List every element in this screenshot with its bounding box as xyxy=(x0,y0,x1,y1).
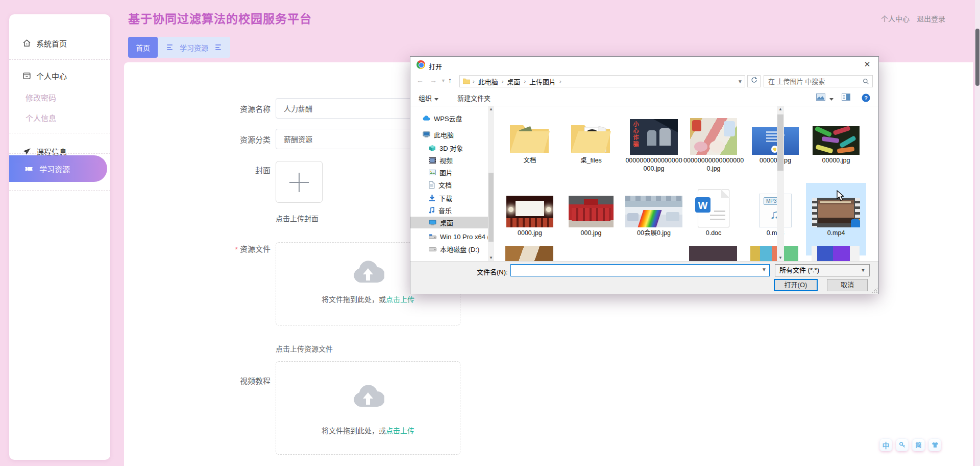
refresh-button[interactable] xyxy=(747,75,761,87)
sidebar-item-learning-resources[interactable]: 学习资源 xyxy=(9,155,107,182)
file-item-jpg[interactable]: 00会展0.jpg xyxy=(624,183,684,237)
scrollbar-thumb[interactable] xyxy=(777,114,783,171)
thumbnail-view-button[interactable] xyxy=(816,94,834,102)
svg-text:?: ? xyxy=(864,95,868,101)
sidebar-item-personal-info[interactable]: 个人信息 xyxy=(9,107,110,128)
help-button[interactable]: ? xyxy=(862,94,870,104)
close-icon[interactable]: ✕ xyxy=(861,60,873,70)
scroll-down-icon[interactable]: ▼ xyxy=(777,255,784,261)
media-player-badge-icon xyxy=(851,219,860,227)
hamburger-icon xyxy=(215,44,221,50)
file-item-jpg[interactable]: 000000000000000000.jpg xyxy=(683,110,744,173)
computer-icon xyxy=(423,131,430,138)
scroll-up-icon[interactable]: ▲ xyxy=(488,106,494,112)
search-input[interactable] xyxy=(764,76,859,87)
folder-icon xyxy=(463,78,470,84)
tree-item-videos[interactable]: 视频 xyxy=(410,154,488,166)
desktop-icon xyxy=(429,220,436,226)
forward-button[interactable]: → xyxy=(430,76,437,84)
file-item-partial[interactable] xyxy=(689,246,737,261)
back-button[interactable]: ← xyxy=(416,76,424,84)
file-item-jpg[interactable]: 00000.jpg xyxy=(806,110,866,165)
tab-learning-resources[interactable]: 学习资源 xyxy=(158,37,230,58)
file-item-jpg[interactable]: 0000.jpg xyxy=(500,183,560,237)
paper-plane-icon xyxy=(22,147,31,156)
up-button[interactable]: ↑ xyxy=(448,76,452,84)
tree-item-local-disk-d[interactable]: 本地磁盘 (D:) xyxy=(410,243,488,255)
scrollbar-thumb[interactable] xyxy=(488,173,494,242)
breadcrumb-desktop[interactable]: 桌面 xyxy=(506,77,521,86)
filename-dropdown-icon[interactable]: ▼ xyxy=(762,267,767,272)
tree-item-downloads[interactable]: 下载 xyxy=(410,192,488,204)
filetype-select[interactable]: 所有文件 (*.*) ▼ xyxy=(775,264,870,276)
sidebar-item-label: 系统首页 xyxy=(36,38,67,49)
profile-link[interactable]: 个人中心 xyxy=(881,15,910,23)
shirt-icon xyxy=(932,441,939,448)
file-item-partial[interactable] xyxy=(750,246,798,261)
divider xyxy=(9,190,110,191)
tree-item-desktop[interactable]: 桌面 xyxy=(410,217,488,228)
filename-input[interactable] xyxy=(510,264,770,276)
click-upload-link[interactable]: 点击上传 xyxy=(386,427,414,435)
simplified-chinese-button[interactable]: 简 xyxy=(912,438,925,451)
file-item-partial[interactable] xyxy=(812,246,860,261)
new-folder-button[interactable]: 新建文件夹 xyxy=(457,93,491,103)
breadcrumb-this-pc[interactable]: 此电脑 xyxy=(477,77,499,86)
open-button[interactable]: 打开(O) xyxy=(774,279,818,291)
file-item-jpg[interactable]: 小心诈骗 0000000000000000000.jpg xyxy=(624,110,684,173)
tree-item-pictures[interactable]: 图片 xyxy=(410,167,488,178)
breadcrumb-upload-images[interactable]: 上传图片 xyxy=(528,77,557,86)
tree-item-this-pc[interactable]: 此电脑 xyxy=(410,129,488,141)
key-button[interactable] xyxy=(896,438,909,451)
scroll-down-icon[interactable]: ▼ xyxy=(488,255,494,261)
image-thumbnail xyxy=(625,196,682,227)
tree-item-music[interactable]: 音乐 xyxy=(410,204,488,216)
tree-item-wps-cloud[interactable]: WPS云盘 xyxy=(410,112,488,124)
file-item-folder-docs[interactable]: 文档 xyxy=(500,110,560,165)
ticket-icon xyxy=(24,165,33,173)
history-chevron-icon[interactable]: ▼ xyxy=(441,78,446,83)
preview-pane-button[interactable] xyxy=(842,94,850,102)
dialog-toolbar: 组织 新建文件夹 ? xyxy=(410,89,878,106)
scroll-up-icon[interactable]: ▲ xyxy=(777,106,784,112)
image-thumbnail xyxy=(690,118,737,155)
dialog-titlebar[interactable]: 打开 ✕ xyxy=(410,57,878,73)
sidebar-item-home[interactable]: 系统首页 xyxy=(9,33,110,53)
cover-upload-tip: 点击上传封面 xyxy=(276,213,318,223)
file-item-jpg[interactable]: 000.jpg xyxy=(561,183,621,237)
file-item-doc[interactable]: W 0.doc xyxy=(683,183,744,237)
cloud-icon xyxy=(423,115,430,121)
address-bar[interactable]: › 此电脑 › 桌面 › 上传图片 › ▼ xyxy=(459,75,745,87)
sidebar-item-personal-center[interactable]: 个人中心 xyxy=(9,65,110,86)
video-dropzone[interactable]: 将文件拖到此处，或点击上传 xyxy=(276,361,460,455)
scrollbar-thumb[interactable] xyxy=(975,29,979,86)
language-button[interactable]: 中 xyxy=(879,438,892,451)
drop-hint: 将文件拖到此处，或点击上传 xyxy=(276,294,460,304)
file-item-partial[interactable] xyxy=(505,246,553,261)
cancel-button[interactable]: 取消 xyxy=(827,279,868,291)
tree-item-documents[interactable]: 文档 xyxy=(410,179,488,191)
file-item-folder-zhuo-files[interactable]: 桌_files xyxy=(561,110,621,165)
page-title: 基于协同过滤算法的校园服务平台 xyxy=(128,9,312,27)
address-dropdown-icon[interactable]: ▼ xyxy=(738,79,743,84)
cover-upload-box[interactable] xyxy=(276,161,323,203)
tree-item-3d-objects[interactable]: 3D 对象 xyxy=(410,142,488,154)
click-upload-link[interactable]: 点击上传 xyxy=(386,295,414,304)
page-scrollbar[interactable] xyxy=(975,0,980,466)
dropdown-arrow-icon xyxy=(829,98,834,101)
file-item-mp3[interactable]: MP3 ♫ 0.mp3 xyxy=(745,183,805,237)
organize-button[interactable]: 组织 xyxy=(419,93,438,103)
tree-scrollbar[interactable]: ▲ ▼ xyxy=(488,106,494,261)
sidebar-item-change-password[interactable]: 修改密码 xyxy=(9,87,110,107)
dialog-body: WPS云盘 此电脑 3D 对象 视频 图片 文档 xyxy=(410,106,878,261)
file-list-scrollbar[interactable]: ▲ ▼ xyxy=(777,106,784,261)
logout-link[interactable]: 退出登录 xyxy=(917,15,945,23)
sidebar-item-label: 学习资源 xyxy=(39,164,70,174)
tab-home[interactable]: 首页 xyxy=(128,37,158,58)
upload-cloud-icon xyxy=(352,259,384,287)
file-item-mp4-selected[interactable]: 0.mp4 xyxy=(806,183,866,255)
theme-button[interactable] xyxy=(928,438,941,451)
resize-grip[interactable] xyxy=(872,288,877,293)
tree-item-win10-drive[interactable]: Win 10 Pro x64 ( xyxy=(410,231,488,243)
file-item-jpg[interactable]: 000000.jpg xyxy=(745,110,805,165)
